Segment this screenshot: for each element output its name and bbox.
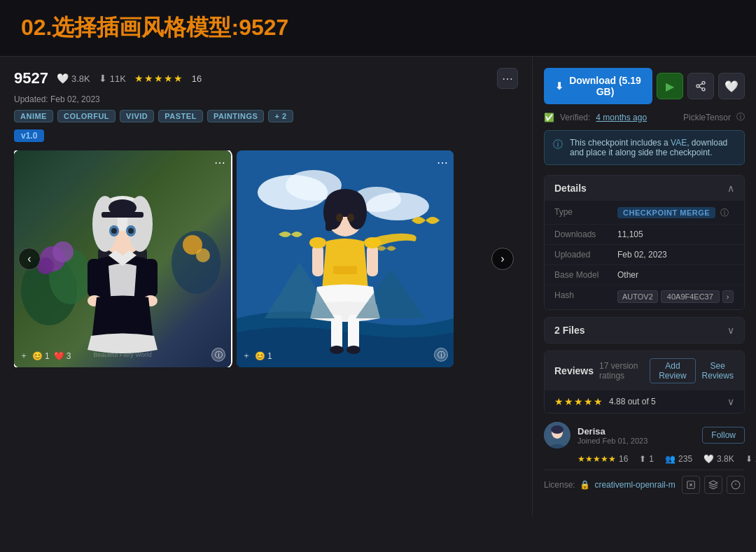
tag-pastel[interactable]: PASTEL: [158, 110, 203, 122]
author-stats: ★★★★★ 16 ⬆ 1 👥 235 🤍 3.8K ⬇ 11K: [544, 454, 745, 464]
add-action-2[interactable]: ＋: [242, 350, 251, 362]
svg-rect-42: [348, 315, 359, 350]
svg-line-51: [699, 83, 703, 85]
vae-info-text: This checkpoint includes a VAE, download…: [570, 138, 736, 157]
license-icon-2[interactable]: [704, 476, 722, 494]
avatar: [544, 422, 570, 448]
author-likes-stat: 🤍 3.8K: [704, 454, 734, 464]
tag-paintings[interactable]: PAINTINGS: [207, 110, 265, 122]
vae-info-box: ⓘ This checkpoint includes a VAE, downlo…: [544, 130, 745, 165]
smiley-action-2[interactable]: 😊 1: [255, 351, 272, 361]
svg-rect-37: [312, 245, 323, 276]
gallery-prev-button[interactable]: ‹: [18, 248, 41, 270]
gallery-next-button[interactable]: ›: [491, 248, 514, 270]
add-review-button[interactable]: Add Review: [650, 358, 695, 383]
files-chevron-icon: ∨: [727, 325, 734, 336]
detail-downloads-row: Downloads 11,105: [545, 225, 744, 245]
more-options-button[interactable]: ⋯: [497, 68, 518, 89]
verified-icon: ✅: [544, 113, 554, 122]
rating-stars: ★★★★★: [134, 73, 183, 84]
review-stars: ★★★★★: [554, 396, 603, 407]
license-icon-3[interactable]: [727, 476, 745, 494]
download-button[interactable]: ⬇ Download (5.19 GB): [544, 68, 652, 104]
star-icon: ★★★★★: [578, 454, 616, 464]
author-row: Derisa Joined Feb 01, 2023 Follow: [544, 422, 745, 448]
type-value: CHECKPOINT MERGE ⓘ: [617, 207, 729, 219]
svg-point-7: [196, 248, 210, 262]
details-title: Details: [554, 183, 587, 194]
image-1-overlay: ＋ 😊 1 ❤️ 3: [20, 350, 71, 362]
version-badge[interactable]: v1.0: [14, 129, 44, 142]
license-icons: [682, 476, 745, 494]
hash-copy-button[interactable]: ›: [722, 290, 734, 303]
right-panel: ⬇ Download (5.19 GB) ▶ 🤍 ✅ Verified: 4 m…: [532, 57, 756, 516]
tag-more[interactable]: + 2: [268, 110, 293, 122]
image-2-info-button[interactable]: ⓘ: [434, 348, 448, 362]
hash-label: Hash: [554, 290, 617, 303]
svg-point-48: [696, 85, 699, 87]
base-model-label: Base Model: [554, 270, 617, 280]
license-link[interactable]: creativeml-openrail-m: [594, 480, 675, 490]
followers-icon: 👥: [665, 454, 676, 464]
page-header: 02.选择插画风格模型:9527: [0, 0, 756, 57]
license-icon-sm: 🔒: [580, 480, 590, 490]
add-action-1[interactable]: ＋: [20, 350, 28, 362]
reviews-rating-row: ★★★★★ 4.88 out of 5 ∨: [545, 390, 744, 413]
author-name[interactable]: Derisa: [578, 426, 695, 437]
type-label: Type: [554, 207, 617, 219]
details-section: Details ∧ Type CHECKPOINT MERGE ⓘ Downlo…: [544, 175, 745, 310]
svg-rect-33: [326, 217, 332, 231]
gallery-image-2[interactable]: ＋ 😊 1 ⋯ ⓘ: [237, 150, 454, 367]
reviews-title: Reviews: [554, 365, 594, 376]
add-icon: ＋: [20, 350, 28, 362]
tag-vivid[interactable]: VIVID: [120, 110, 154, 122]
rating-count: 16: [192, 73, 202, 84]
base-model-value: Other: [617, 270, 638, 280]
image-2-menu-button[interactable]: ⋯: [437, 156, 448, 169]
image-1-info-button[interactable]: ⓘ: [211, 348, 225, 362]
author-info: Derisa Joined Feb 01, 2023: [578, 426, 695, 445]
reviews-count: 17 version ratings: [599, 361, 644, 381]
pickle-info-icon[interactable]: ⓘ: [736, 111, 745, 123]
uploaded-value: Feb 02, 2023: [617, 250, 667, 260]
gallery-image-1[interactable]: Beautiful Fairy World ＋ 😊 1 ❤️ 3: [14, 150, 231, 367]
image-1-menu-button[interactable]: ⋯: [214, 156, 225, 169]
download-icon-2: ⬇: [746, 454, 752, 464]
follow-button[interactable]: Follow: [702, 427, 745, 444]
svg-point-35: [347, 213, 354, 222]
svg-point-47: [702, 81, 705, 84]
author-joined: Joined Feb 01, 2023: [578, 437, 695, 445]
main-content: 9527 🤍 3.8K ⬇ 11K ★★★★★ 16 ⋯ Updated: Fe…: [0, 57, 756, 516]
smiley-action-1[interactable]: 😊 1: [32, 351, 50, 361]
upload-icon: ⬆: [639, 454, 646, 464]
left-panel: 9527 🤍 3.8K ⬇ 11K ★★★★★ 16 ⋯ Updated: Fe…: [0, 57, 532, 516]
heart-icon: ❤️: [54, 351, 64, 361]
svg-point-18: [128, 228, 134, 234]
files-header[interactable]: 2 Files ∨: [545, 318, 744, 343]
downloads-label: Downloads: [554, 229, 617, 239]
type-info-icon[interactable]: ⓘ: [720, 208, 729, 218]
verified-time[interactable]: 4 months ago: [596, 113, 647, 122]
share-button[interactable]: [687, 73, 714, 99]
vae-link[interactable]: VAE: [671, 138, 687, 148]
svg-point-39: [309, 237, 326, 248]
play-button[interactable]: ▶: [657, 73, 683, 99]
tag-anime[interactable]: ANIME: [14, 110, 53, 122]
smiley-icon-2: 😊: [255, 351, 265, 361]
tag-colorful[interactable]: COLORFUL: [57, 110, 115, 122]
downloads-value: 11,105: [617, 229, 643, 239]
svg-rect-19: [88, 259, 102, 297]
pickle-tensor-label: PickleTensor: [683, 113, 731, 122]
heart-icon: 🤍: [57, 73, 69, 84]
detail-type-row: Type CHECKPOINT MERGE ⓘ: [545, 202, 744, 225]
verified-row: ✅ Verified: 4 months ago PickleTensor ⓘ: [544, 111, 745, 123]
details-header[interactable]: Details ∧: [545, 176, 744, 201]
license-icon-1[interactable]: [682, 476, 700, 494]
reviews-expand-button[interactable]: ∨: [727, 396, 734, 407]
heart-action-1[interactable]: ❤️ 3: [54, 351, 71, 361]
svg-point-43: [330, 346, 344, 354]
see-reviews-button[interactable]: See Reviews: [701, 361, 734, 381]
favorite-button[interactable]: 🤍: [718, 73, 745, 99]
smiley-icon: 😊: [32, 351, 43, 361]
svg-point-44: [346, 346, 360, 354]
